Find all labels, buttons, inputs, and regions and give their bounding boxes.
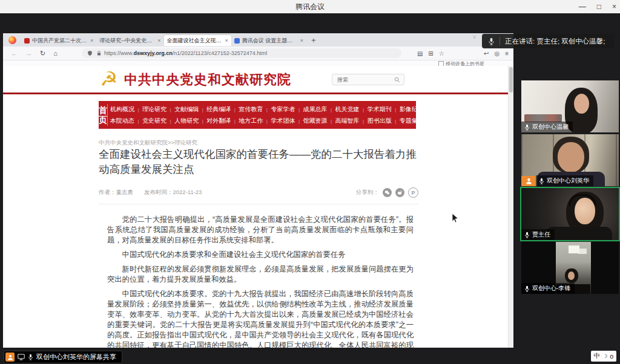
bookmark-star-icon[interactable]: ☆ (439, 50, 444, 57)
meeting-area: 中国共产党第二十次全国代表大… × 理论研究--中央党史和文献研究院… × 全面… (0, 13, 620, 364)
article-body: 党的二十大报告明确提出，“高质量发展是全面建设社会主义现代化国家的首要任务”。报… (107, 215, 414, 348)
mic-icon (488, 37, 495, 45)
tab-close-icon[interactable]: × (300, 37, 303, 44)
tab-close-icon[interactable]: × (157, 37, 160, 44)
url-text: https://www.dswxyjy.org.cn/n1/2022/1123/… (104, 50, 267, 56)
nav-item[interactable]: 成果总库 (295, 105, 327, 114)
participant-name: 贾主任 (532, 230, 550, 239)
screen-share-status-pill[interactable]: 双创中心刘英华的屏幕共享 (4, 351, 122, 363)
nav-item[interactable]: 机关党建 (327, 105, 359, 114)
nav-item[interactable]: 经典编译 (199, 105, 231, 114)
browser-tabbar: 中国共产党第二十次全国代表大… × 理论研究--中央党史和文献研究院… × 全面… (3, 33, 513, 47)
close-button[interactable]: × (612, 0, 616, 13)
participant-label: 双创中心-李锋 (521, 283, 575, 294)
mic-icon (28, 354, 33, 360)
byline-divider (99, 204, 418, 204)
video-tile-liuyinghua[interactable]: 双创中心刘英华 (521, 134, 619, 186)
video-tile-wenxin[interactable]: 双创中心温馨 (521, 80, 619, 132)
wechat-share-icon[interactable] (383, 188, 392, 197)
nav-item[interactable]: 专题集锦 (392, 117, 424, 125)
mic-on-icon (539, 178, 544, 184)
browser-tab-2[interactable]: 理论研究--中央党史和文献研究院… × (96, 35, 163, 46)
screen-share-icon (18, 354, 25, 360)
reload-icon[interactable]: ↻ (40, 50, 45, 57)
browser-tab-3-active[interactable]: 全面建设社会主义现代化国家的首… × (164, 35, 231, 46)
site-title[interactable]: 中共中央党史和文献研究院 (124, 71, 291, 89)
search-input[interactable] (332, 77, 394, 83)
nav-item[interactable]: 文献编辑 (167, 105, 199, 114)
participant-name: 双创中心温馨 (532, 123, 569, 131)
nav-item[interactable]: 专家学者 (263, 105, 295, 114)
minimize-button[interactable]: — (579, 0, 586, 13)
nav-item[interactable]: 人物研究 (167, 117, 199, 125)
publish-time: 发布时间：2022-11-23 (144, 189, 202, 197)
library-icon[interactable]: ▤ (417, 50, 423, 57)
paragraph: 党的二十大报告明确提出，“高质量发展是全面建设社会主义现代化国家的首要任务”。报… (107, 215, 414, 245)
baidu-favicon-icon (234, 38, 240, 44)
web-page: ☭ 中共中央党史和文献研究院 首页 机构概况 理论研究 文献编辑 经典编译 (3, 66, 509, 348)
titlebar: 腾讯会议 — □ × (0, 0, 620, 14)
nav-item[interactable]: 本院动态 (110, 117, 134, 125)
presenter-avatar-icon (5, 353, 15, 362)
weibo-share-icon[interactable] (395, 188, 404, 197)
nav-item[interactable]: 学术团体 (263, 117, 295, 125)
firefox-logo-icon[interactable] (8, 36, 16, 44)
video-tile-jiazhuren-active-speaker[interactable]: 贾主任 (521, 188, 619, 240)
banner-divider (500, 37, 500, 45)
nav-item[interactable]: 党史研究 (134, 117, 167, 125)
nav-item[interactable]: 图书出版 (360, 117, 392, 125)
ime-punctuation-indicator[interactable]: o (610, 353, 613, 360)
browser-tab-4[interactable]: 腾讯会议 设置主题词_百度搜索 × (231, 35, 306, 46)
url-bar[interactable]: https://www.dswxyjy.org.cn/n1/2022/1123/… (82, 48, 401, 58)
page-scrollbar[interactable] (508, 66, 513, 348)
banner-collapse-chevron-icon[interactable]: ∨ (472, 33, 477, 40)
bookmarks-row: 移动设备上的书签 (3, 60, 513, 66)
tab-close-icon[interactable]: × (225, 37, 228, 44)
tab-close-icon[interactable]: × (90, 37, 93, 44)
nav-row-1: 机构概况 理论研究 文献编辑 经典编译 宣传教育 专家学者 成果总库 机关党建 … (110, 105, 424, 114)
back-icon[interactable]: ← (11, 50, 18, 57)
breadcrumb[interactable]: 中共中央党史和文献研究院>>理论研究 (99, 139, 197, 147)
forward-icon[interactable]: → (25, 50, 32, 57)
scrollbar-thumb[interactable] (509, 67, 513, 93)
nav-item[interactable]: 馆藏资源 (295, 117, 327, 125)
browser-tab-1[interactable]: 中国共产党第二十次全国代表大… × (21, 35, 96, 46)
nav-item[interactable]: 学术期刊 (360, 105, 392, 114)
lock-icon[interactable] (96, 50, 102, 56)
save-page-icon[interactable]: ⊞ (428, 50, 433, 57)
site-search-box[interactable] (332, 74, 404, 85)
people-weibo-share-icon[interactable]: P (408, 187, 418, 198)
search-icon[interactable] (394, 77, 400, 83)
paragraph: 新时代新征程的发展必须贯彻新发展理念，必须是高质量发展，把发展质量问题摆在更为突… (107, 264, 414, 285)
nav-item[interactable]: 对外翻译 (199, 117, 231, 125)
menu-icon[interactable]: ≡ (505, 50, 509, 57)
nav-row-2: 本院动态 党史研究 人物研究 对外翻译 地方工作 学术团体 馆藏资源 高端智库 … (110, 117, 424, 125)
participant-label: 双创中心温馨 (521, 122, 573, 132)
account-icon[interactable]: ◎ (494, 50, 500, 57)
ime-tray[interactable]: 中 ☽ o (591, 351, 616, 362)
maximize-button[interactable]: □ (597, 0, 601, 13)
sync-icon[interactable]: ↩ (484, 50, 489, 57)
nav-item[interactable]: 宣传教育 (231, 105, 263, 114)
shared-screen-browser: 中国共产党第二十次全国代表大… × 理论研究--中央党史和文献研究院… × 全面… (3, 33, 513, 348)
ime-language-indicator[interactable]: 中 (594, 352, 601, 360)
window-controls: — □ × (579, 0, 616, 13)
participant-name: 双创中心刘英华 (547, 177, 589, 185)
video-tile-lifeng[interactable]: 双创中心-李锋 (521, 242, 619, 294)
nav-item[interactable]: 理论研究 (134, 105, 167, 114)
home-icon[interactable]: ⌂ (53, 50, 58, 57)
nav-item[interactable]: 地方工作 (231, 117, 263, 125)
header-divider (3, 93, 509, 94)
nav-item[interactable]: 高端智库 (327, 117, 359, 125)
toolbar-action-icons: ▤ ⊞ ☆ (417, 50, 444, 57)
ime-fullwidth-moon-icon[interactable]: ☽ (602, 353, 607, 359)
nav-item[interactable]: 影像纪录 (392, 105, 424, 114)
speaking-banner: 正在讲话: 贾主任; 双创中心温馨; (482, 34, 614, 48)
nav-home[interactable]: 首页 (99, 104, 108, 126)
new-tab-button[interactable]: + (311, 36, 316, 45)
nav-item[interactable]: 机构概况 (110, 105, 134, 114)
paragraph: 中国式现代化的本质要求。党的十九大报告就提出，我国经济已由高速增长阶段转向高质量… (107, 289, 414, 348)
tracking-shield-icon[interactable] (87, 50, 93, 56)
share-group: 分享到： P (356, 187, 418, 198)
share-label: 分享到： (356, 189, 379, 197)
